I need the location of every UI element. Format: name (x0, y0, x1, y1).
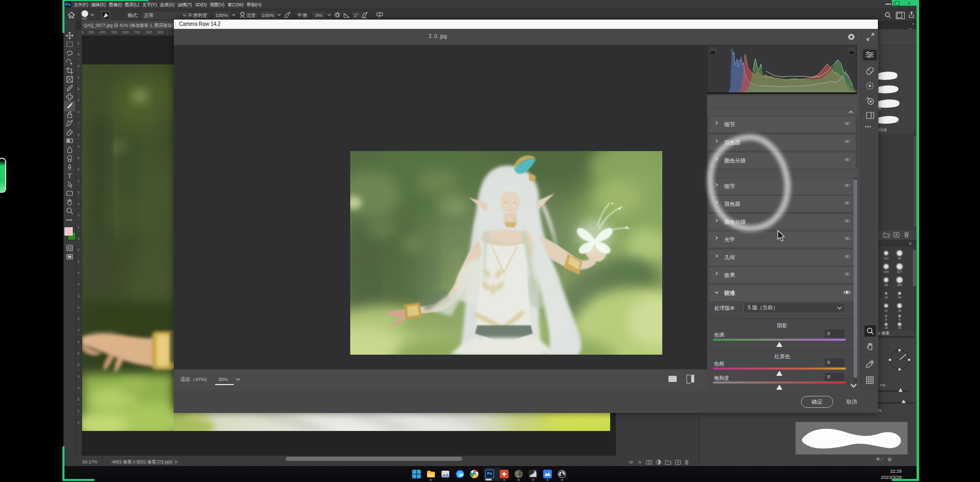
svg-text:9: 9 (899, 318, 901, 321)
svg-text:13: 13 (885, 296, 888, 299)
svg-text:fx: fx (639, 460, 642, 464)
svg-text:183: 183 (897, 284, 903, 287)
svg-text:60: 60 (898, 257, 902, 260)
svg-text:100: 100 (884, 270, 889, 273)
svg-text:19: 19 (898, 296, 902, 299)
svg-text:T: T (68, 172, 72, 179)
svg-text:112: 112 (884, 257, 889, 260)
svg-text:24: 24 (898, 326, 902, 329)
svg-text:14: 14 (885, 326, 888, 329)
svg-text:35: 35 (898, 309, 902, 312)
svg-text:59: 59 (885, 284, 888, 287)
svg-text:27: 27 (885, 309, 888, 312)
svg-text:127: 127 (897, 270, 903, 273)
svg-text:6: 6 (885, 318, 887, 321)
